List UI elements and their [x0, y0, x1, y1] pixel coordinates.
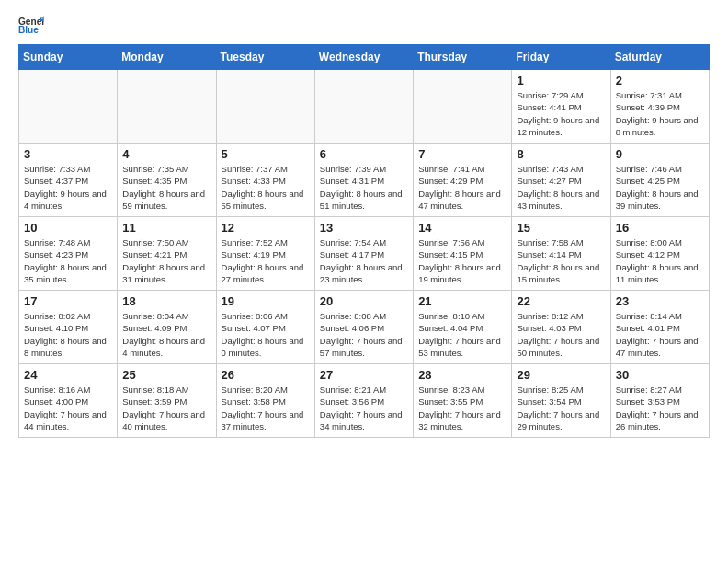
day-number: 6	[320, 147, 408, 161]
day-number: 8	[517, 147, 605, 161]
day-info: Sunrise: 7:37 AM Sunset: 4:33 PM Dayligh…	[222, 163, 310, 212]
day-number: 12	[222, 221, 310, 235]
day-number: 16	[616, 221, 704, 235]
day-info: Sunrise: 8:23 AM Sunset: 3:55 PM Dayligh…	[418, 384, 506, 432]
page-header: General Blue	[18, 15, 710, 35]
calendar-table: SundayMondayTuesdayWednesdayThursdayFrid…	[18, 44, 710, 438]
weekday-header-wednesday: Wednesday	[314, 45, 413, 70]
calendar-cell: 20Sunrise: 8:08 AM Sunset: 4:06 PM Dayli…	[314, 291, 413, 364]
calendar-cell: 23Sunrise: 8:14 AM Sunset: 4:01 PM Dayli…	[610, 291, 709, 364]
day-info: Sunrise: 8:16 AM Sunset: 4:00 PM Dayligh…	[24, 384, 112, 432]
day-number: 14	[418, 221, 506, 235]
day-info: Sunrise: 8:27 AM Sunset: 3:53 PM Dayligh…	[616, 384, 704, 432]
day-number: 5	[222, 147, 310, 161]
calendar-cell: 3Sunrise: 7:33 AM Sunset: 4:37 PM Daylig…	[19, 144, 118, 217]
calendar-cell: 17Sunrise: 8:02 AM Sunset: 4:10 PM Dayli…	[19, 291, 118, 364]
calendar-cell	[19, 70, 118, 144]
logo: General Blue	[18, 15, 44, 35]
calendar-cell: 9Sunrise: 7:46 AM Sunset: 4:25 PM Daylig…	[610, 144, 709, 217]
day-number: 24	[24, 368, 112, 382]
day-info: Sunrise: 8:10 AM Sunset: 4:04 PM Dayligh…	[418, 310, 506, 359]
calendar-cell: 2Sunrise: 7:31 AM Sunset: 4:39 PM Daylig…	[610, 70, 709, 144]
day-info: Sunrise: 8:14 AM Sunset: 4:01 PM Dayligh…	[616, 310, 704, 359]
day-info: Sunrise: 7:31 AM Sunset: 4:39 PM Dayligh…	[616, 89, 704, 138]
day-info: Sunrise: 8:25 AM Sunset: 3:54 PM Dayligh…	[517, 384, 605, 432]
calendar-cell: 5Sunrise: 7:37 AM Sunset: 4:33 PM Daylig…	[216, 144, 314, 217]
day-info: Sunrise: 8:06 AM Sunset: 4:07 PM Dayligh…	[222, 310, 310, 359]
calendar-cell: 19Sunrise: 8:06 AM Sunset: 4:07 PM Dayli…	[216, 291, 314, 364]
calendar-cell: 12Sunrise: 7:52 AM Sunset: 4:19 PM Dayli…	[216, 217, 314, 291]
calendar-cell: 7Sunrise: 7:41 AM Sunset: 4:29 PM Daylig…	[414, 144, 512, 217]
day-info: Sunrise: 7:35 AM Sunset: 4:35 PM Dayligh…	[122, 163, 210, 212]
day-info: Sunrise: 8:02 AM Sunset: 4:10 PM Dayligh…	[24, 310, 112, 359]
day-info: Sunrise: 7:58 AM Sunset: 4:14 PM Dayligh…	[517, 236, 605, 285]
day-number: 9	[616, 147, 704, 161]
calendar-cell: 4Sunrise: 7:35 AM Sunset: 4:35 PM Daylig…	[118, 144, 216, 217]
weekday-header-friday: Friday	[512, 45, 610, 70]
calendar-cell: 13Sunrise: 7:54 AM Sunset: 4:17 PM Dayli…	[314, 217, 413, 291]
day-number: 30	[616, 368, 704, 382]
day-number: 19	[222, 294, 310, 308]
day-info: Sunrise: 8:04 AM Sunset: 4:09 PM Dayligh…	[122, 310, 210, 359]
calendar-cell: 15Sunrise: 7:58 AM Sunset: 4:14 PM Dayli…	[512, 217, 610, 291]
day-number: 21	[418, 294, 506, 308]
calendar-cell	[314, 70, 413, 144]
day-number: 7	[418, 147, 506, 161]
day-info: Sunrise: 7:46 AM Sunset: 4:25 PM Dayligh…	[616, 163, 704, 212]
day-number: 20	[320, 294, 408, 308]
weekday-header-thursday: Thursday	[414, 45, 512, 70]
day-info: Sunrise: 8:18 AM Sunset: 3:59 PM Dayligh…	[122, 384, 210, 432]
day-number: 22	[517, 294, 605, 308]
calendar-cell: 24Sunrise: 8:16 AM Sunset: 4:00 PM Dayli…	[19, 364, 118, 438]
calendar-cell: 18Sunrise: 8:04 AM Sunset: 4:09 PM Dayli…	[118, 291, 216, 364]
calendar-cell: 26Sunrise: 8:20 AM Sunset: 3:58 PM Dayli…	[216, 364, 314, 438]
calendar-cell: 25Sunrise: 8:18 AM Sunset: 3:59 PM Dayli…	[118, 364, 216, 438]
weekday-header-sunday: Sunday	[19, 45, 118, 70]
logo-icon: General Blue	[18, 15, 44, 35]
day-number: 25	[122, 368, 210, 382]
calendar-cell: 10Sunrise: 7:48 AM Sunset: 4:23 PM Dayli…	[19, 217, 118, 291]
calendar-cell: 11Sunrise: 7:50 AM Sunset: 4:21 PM Dayli…	[118, 217, 216, 291]
day-info: Sunrise: 7:50 AM Sunset: 4:21 PM Dayligh…	[122, 236, 210, 285]
day-number: 27	[320, 368, 408, 382]
calendar-cell: 29Sunrise: 8:25 AM Sunset: 3:54 PM Dayli…	[512, 364, 610, 438]
day-info: Sunrise: 7:33 AM Sunset: 4:37 PM Dayligh…	[24, 163, 112, 212]
calendar-cell	[118, 70, 216, 144]
day-info: Sunrise: 8:00 AM Sunset: 4:12 PM Dayligh…	[616, 236, 704, 285]
calendar-cell: 14Sunrise: 7:56 AM Sunset: 4:15 PM Dayli…	[414, 217, 512, 291]
day-info: Sunrise: 8:12 AM Sunset: 4:03 PM Dayligh…	[517, 310, 605, 359]
calendar-cell	[414, 70, 512, 144]
calendar-cell: 30Sunrise: 8:27 AM Sunset: 3:53 PM Dayli…	[610, 364, 709, 438]
day-info: Sunrise: 7:29 AM Sunset: 4:41 PM Dayligh…	[517, 89, 605, 138]
day-info: Sunrise: 7:52 AM Sunset: 4:19 PM Dayligh…	[222, 236, 310, 285]
day-number: 28	[418, 368, 506, 382]
day-number: 1	[517, 74, 605, 87]
weekday-header-monday: Monday	[118, 45, 216, 70]
calendar-week-1: 3Sunrise: 7:33 AM Sunset: 4:37 PM Daylig…	[19, 144, 710, 217]
day-number: 29	[517, 368, 605, 382]
calendar-cell	[216, 70, 314, 144]
day-info: Sunrise: 8:08 AM Sunset: 4:06 PM Dayligh…	[320, 310, 408, 359]
day-info: Sunrise: 7:54 AM Sunset: 4:17 PM Dayligh…	[320, 236, 408, 285]
day-number: 17	[24, 294, 112, 308]
header-row: SundayMondayTuesdayWednesdayThursdayFrid…	[19, 45, 710, 70]
calendar-cell: 8Sunrise: 7:43 AM Sunset: 4:27 PM Daylig…	[512, 144, 610, 217]
day-number: 4	[122, 147, 210, 161]
day-number: 15	[517, 221, 605, 235]
calendar-cell: 28Sunrise: 8:23 AM Sunset: 3:55 PM Dayli…	[414, 364, 512, 438]
calendar-week-4: 24Sunrise: 8:16 AM Sunset: 4:00 PM Dayli…	[19, 364, 710, 438]
weekday-header-tuesday: Tuesday	[216, 45, 314, 70]
day-info: Sunrise: 8:21 AM Sunset: 3:56 PM Dayligh…	[320, 384, 408, 432]
day-number: 18	[122, 294, 210, 308]
day-number: 10	[24, 221, 112, 235]
day-info: Sunrise: 7:39 AM Sunset: 4:31 PM Dayligh…	[320, 163, 408, 212]
calendar-cell: 6Sunrise: 7:39 AM Sunset: 4:31 PM Daylig…	[314, 144, 413, 217]
svg-text:Blue: Blue	[18, 25, 39, 35]
calendar-cell: 27Sunrise: 8:21 AM Sunset: 3:56 PM Dayli…	[314, 364, 413, 438]
day-info: Sunrise: 7:48 AM Sunset: 4:23 PM Dayligh…	[24, 236, 112, 285]
day-number: 13	[320, 221, 408, 235]
day-number: 2	[616, 74, 704, 87]
calendar-week-2: 10Sunrise: 7:48 AM Sunset: 4:23 PM Dayli…	[19, 217, 710, 291]
day-number: 3	[24, 147, 112, 161]
day-number: 11	[122, 221, 210, 235]
